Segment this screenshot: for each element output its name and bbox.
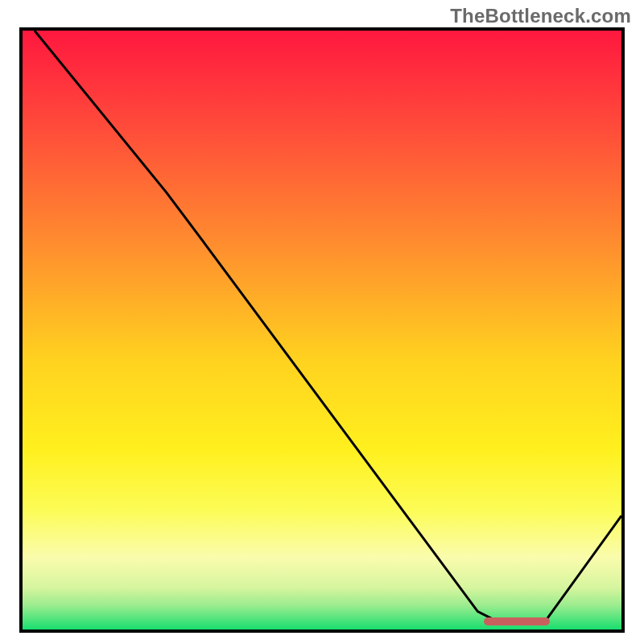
optimal-range-marker — [484, 617, 550, 625]
svg-rect-0 — [23, 31, 621, 630]
gradient-background — [23, 31, 621, 630]
plot-frame — [19, 27, 625, 633]
chart-container: TheBottleneck.com — [0, 0, 644, 644]
watermark-text: TheBottleneck.com — [450, 5, 631, 27]
